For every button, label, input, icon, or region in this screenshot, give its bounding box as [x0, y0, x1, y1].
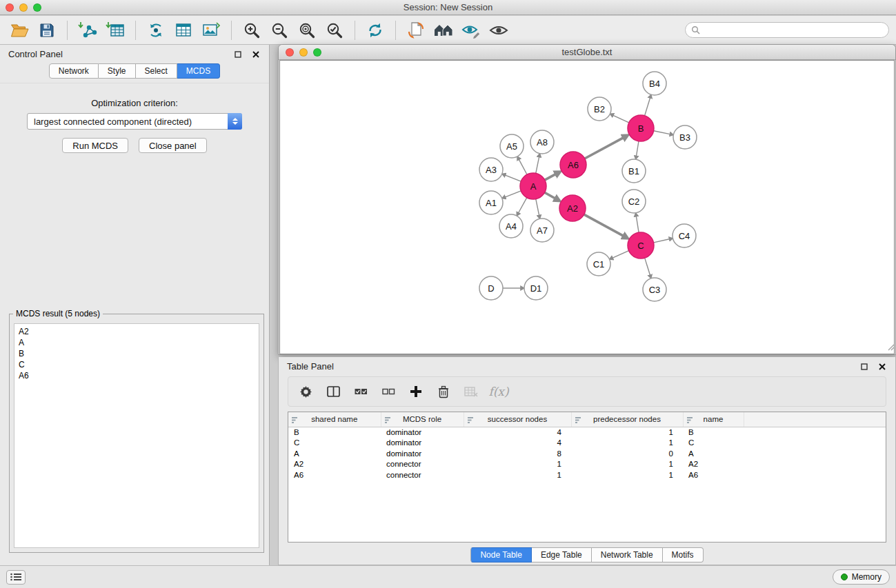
network-minimize-icon[interactable] [299, 48, 308, 57]
float-table-panel-icon[interactable] [859, 362, 869, 372]
refresh-view-button[interactable] [362, 18, 388, 43]
table-cell[interactable]: A2 [288, 459, 381, 470]
network-edge-A-A5[interactable] [519, 159, 527, 174]
mcds-result-item[interactable]: A [16, 337, 257, 348]
table-cell[interactable]: 1 [571, 438, 683, 449]
table-cell[interactable]: A [683, 449, 744, 460]
run-mcds-button[interactable]: Run MCDS [62, 138, 128, 153]
save-session-button[interactable] [34, 18, 60, 43]
tab-edge-table[interactable]: Edge Table [532, 547, 592, 562]
column-header-name[interactable]: name [683, 412, 744, 427]
network-edge-A-A1[interactable] [505, 191, 521, 197]
table-cell[interactable]: 0 [571, 449, 683, 460]
network-node-C2[interactable]: C2 [622, 190, 646, 213]
network-canvas-svg[interactable]: B4B2BB3A5A8A6B1A3AC2A1A2A4A7C4CC1C3DD1 [280, 61, 894, 354]
network-node-A4[interactable]: A4 [499, 214, 523, 238]
open-session-button[interactable] [6, 18, 32, 43]
network-node-D1[interactable]: D1 [524, 276, 548, 300]
tab-motifs[interactable]: Motifs [663, 547, 704, 562]
mcds-result-item[interactable]: A2 [16, 326, 257, 337]
network-edge-B-B4[interactable] [645, 98, 650, 116]
network-node-B3[interactable]: B3 [673, 125, 697, 149]
zoom-out-button[interactable] [266, 18, 292, 43]
show-graphics-button[interactable] [486, 18, 512, 43]
table-cell[interactable]: A [288, 449, 381, 460]
table-cell[interactable]: 1 [464, 470, 571, 481]
table-row[interactable]: A6connector11A6 [288, 470, 886, 481]
network-edge-C-C1[interactable] [613, 251, 629, 258]
select-all-button[interactable] [350, 381, 371, 402]
mcds-result-list[interactable]: A2ABCA6 [14, 323, 259, 548]
network-edge-A-A4[interactable] [519, 198, 527, 213]
network-window-titlebar[interactable]: testGlobe.txt [279, 45, 895, 60]
task-history-button[interactable] [6, 570, 26, 585]
network-node-A1[interactable]: A1 [479, 191, 503, 214]
network-edge-C-C3[interactable] [645, 258, 650, 275]
delete-table-button[interactable] [461, 381, 481, 402]
style-preview-button[interactable] [458, 18, 484, 43]
tab-mcds[interactable]: MCDS [177, 63, 220, 79]
table-cell[interactable]: 8 [464, 449, 571, 460]
network-node-A8[interactable]: A8 [530, 130, 554, 154]
network-node-B[interactable]: B [628, 115, 654, 141]
table-cell[interactable]: connector [381, 459, 464, 470]
table-cell[interactable]: 4 [464, 438, 571, 449]
network-node-B1[interactable]: B1 [622, 159, 646, 183]
network-node-A2[interactable]: A2 [559, 195, 586, 221]
table-cell[interactable]: C [683, 438, 744, 449]
network-edge-B-B2[interactable] [613, 115, 629, 123]
import-table-button[interactable] [102, 18, 128, 43]
table-cell[interactable]: B [288, 427, 381, 438]
show-column-button[interactable] [323, 381, 344, 402]
import-network-button[interactable] [74, 18, 101, 43]
network-edge-A6-B[interactable] [585, 138, 624, 159]
network-node-A3[interactable]: A3 [479, 158, 503, 181]
close-panel-button[interactable]: Close panel [139, 138, 207, 153]
tab-select[interactable]: Select [136, 63, 177, 79]
function-builder-button[interactable]: f(x) [488, 381, 509, 402]
app-titlebar[interactable]: Session: New Session [0, 0, 896, 15]
search-box[interactable] [685, 22, 889, 38]
network-node-A[interactable]: A [520, 173, 546, 199]
mcds-result-item[interactable]: B [16, 348, 257, 359]
network-node-B4[interactable]: B4 [643, 72, 666, 95]
tab-node-table[interactable]: Node Table [470, 547, 532, 562]
network-edge-A2-C[interactable] [584, 214, 624, 236]
table-cell[interactable]: dominator [381, 438, 464, 449]
table-cell[interactable]: 1 [571, 427, 683, 438]
deselect-all-button[interactable] [378, 381, 399, 402]
network-edge-B-B1[interactable] [637, 141, 639, 156]
network-node-C1[interactable]: C1 [587, 252, 610, 276]
network-node-C[interactable]: C [628, 232, 654, 258]
table-cell[interactable]: A6 [683, 470, 744, 481]
network-node-B2[interactable]: B2 [588, 97, 611, 121]
table-cell[interactable]: connector [381, 470, 464, 481]
table-panel-header[interactable]: Table Panel [279, 357, 895, 376]
dropdown-stepper-icon[interactable] [228, 113, 242, 130]
zoom-selected-button[interactable] [321, 18, 348, 43]
home-button[interactable] [430, 18, 457, 43]
close-window-icon[interactable] [6, 3, 14, 12]
network-close-icon[interactable] [286, 48, 294, 57]
session-sync-button[interactable] [403, 18, 429, 43]
tab-style[interactable]: Style [99, 63, 136, 79]
table-row[interactable]: A2connector11A2 [288, 459, 886, 470]
new-table-button[interactable] [170, 18, 197, 43]
column-header-shared-name[interactable]: shared name [288, 412, 381, 427]
table-cell[interactable]: A2 [683, 459, 744, 470]
minimize-window-icon[interactable] [19, 3, 28, 12]
table-settings-button[interactable] [295, 381, 316, 402]
network-node-C3[interactable]: C3 [643, 278, 666, 301]
network-node-A6[interactable]: A6 [560, 152, 586, 178]
network-node-D[interactable]: D [479, 276, 503, 300]
network-node-A7[interactable]: A7 [530, 219, 554, 242]
table-cell[interactable]: 1 [571, 459, 683, 470]
resize-handle-icon[interactable] [886, 341, 895, 354]
tab-network-table[interactable]: Network Table [592, 547, 663, 562]
maximize-window-icon[interactable] [33, 3, 41, 12]
close-panel-icon[interactable] [251, 50, 261, 59]
table-cell[interactable]: dominator [381, 427, 464, 438]
network-node-A5[interactable]: A5 [500, 134, 524, 158]
network-edge-A-A6[interactable] [545, 174, 556, 180]
table-cell[interactable]: A6 [288, 470, 381, 481]
